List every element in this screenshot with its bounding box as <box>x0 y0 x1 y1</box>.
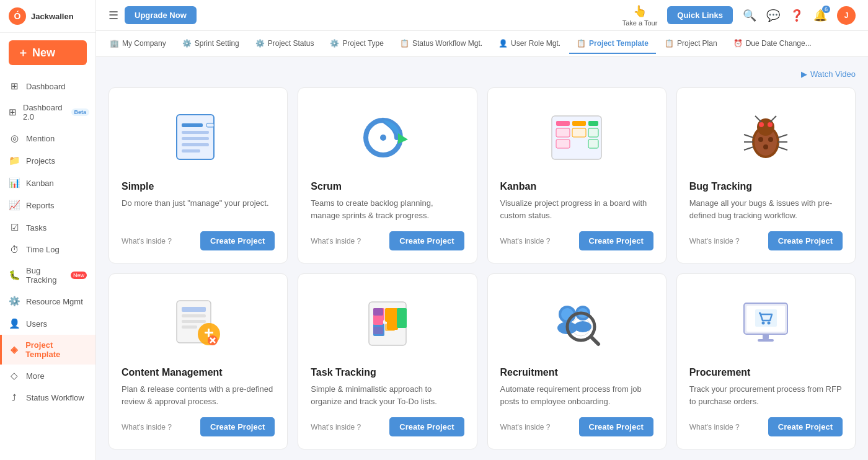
recruitment-create-button[interactable]: Create Project <box>579 417 653 436</box>
avatar[interactable]: J <box>837 6 856 25</box>
tab-project-plan[interactable]: 📋 Project Plan <box>657 34 725 54</box>
kanban-title: Kanban <box>500 181 653 192</box>
procurement-create-button[interactable]: Create Project <box>768 417 843 436</box>
sidebar-item-projects[interactable]: 📁 Projects <box>0 149 95 172</box>
menu-icon[interactable]: ☰ <box>108 9 118 22</box>
sidebar-item-resourcemgmt[interactable]: ⚙️ Resource Mgmt <box>0 290 95 312</box>
project-plan-icon: 📋 <box>665 39 674 48</box>
tasktracking-create-button[interactable]: Create Project <box>389 417 464 436</box>
tab-user-role[interactable]: 👤 User Role Mgt. <box>491 34 568 54</box>
quick-links-button[interactable]: Quick Links <box>667 6 733 24</box>
svg-rect-3 <box>182 137 209 140</box>
card-simple: Simple Do more than just "manage" your p… <box>108 87 288 263</box>
tab-status-workflow-label: Status Workflow Mgt. <box>412 39 482 48</box>
sidebar-item-dashboard2[interactable]: ⊞ Dashboard 2.0 Beta <box>0 97 95 127</box>
simple-whats-inside[interactable]: What's inside ? <box>122 237 172 245</box>
recruitment-desc: Automate requirement process from job po… <box>500 383 653 407</box>
sidebar-item-statusworkflow[interactable]: ⤴ Status Workflow <box>0 387 95 409</box>
simple-icon-area <box>122 100 275 175</box>
watch-video-label: Watch Video <box>810 69 856 79</box>
kanban-create-button[interactable]: Create Project <box>579 231 653 250</box>
recruitment-whats-inside[interactable]: What's inside ? <box>500 423 551 431</box>
bugtracking-desc: Manage all your bugs & issues with pre-d… <box>689 197 843 221</box>
svg-rect-54 <box>373 317 383 325</box>
kanban-whats-inside[interactable]: What's inside ? <box>500 237 551 245</box>
chat-icon[interactable]: 💬 <box>766 9 780 22</box>
sidebar-item-timelog[interactable]: ⏱ Time Log <box>0 239 95 260</box>
scrum-create-button[interactable]: Create Project <box>389 231 464 250</box>
tab-project-type[interactable]: ⚙️ Project Type <box>322 34 391 54</box>
svg-line-66 <box>591 337 598 344</box>
take-a-tour-button[interactable]: 👆 Take a Tour <box>622 4 658 27</box>
bugtracking-title: Bug Tracking <box>689 181 843 192</box>
bug-icon-area <box>689 100 843 175</box>
recruitment-icon <box>549 296 604 352</box>
upgrade-button[interactable]: Upgrade Now <box>125 6 197 24</box>
help-icon[interactable]: ❓ <box>790 9 804 22</box>
project-status-icon: ⚙️ <box>255 39 265 48</box>
timelog-icon: ⏱ <box>9 244 20 255</box>
scrum-whats-inside[interactable]: What's inside ? <box>311 237 361 245</box>
search-icon[interactable]: 🔍 <box>743 9 756 22</box>
content-desc: Plan & release contents with a pre-defin… <box>122 383 275 407</box>
svg-point-22 <box>759 122 764 127</box>
content-whats-inside[interactable]: What's inside ? <box>122 423 172 431</box>
svg-point-33 <box>768 137 773 142</box>
tab-my-company[interactable]: 🏢 My Company <box>102 34 174 54</box>
sidebar-item-kanban[interactable]: 📊 Kanban <box>0 172 95 194</box>
svg-rect-73 <box>763 334 769 339</box>
watch-video-link[interactable]: ▶ Watch Video <box>108 69 856 79</box>
bugtracking-create-button[interactable]: Create Project <box>768 231 843 250</box>
sidebar-label-dashboard2: Dashboard 2.0 <box>23 103 63 122</box>
content-create-button[interactable]: Create Project <box>200 417 275 436</box>
svg-rect-4 <box>182 143 209 146</box>
svg-rect-17 <box>588 128 598 137</box>
sidebar-item-more[interactable]: ◇ More <box>0 365 95 387</box>
sidebar-item-users[interactable]: 👤 Users <box>0 312 95 335</box>
svg-rect-14 <box>556 128 570 137</box>
tab-project-template[interactable]: 📋 Project Template <box>569 34 656 54</box>
svg-rect-70 <box>755 309 777 327</box>
sidebar-item-tasks[interactable]: ☑ Tasks <box>0 216 95 239</box>
card-kanban: Kanban Visualize project progress in a b… <box>487 87 666 263</box>
sidebar: Ó Jackwallen ＋ New ⊞ Dashboard ⊞ Dashboa… <box>0 0 96 460</box>
tab-project-template-label: Project Template <box>589 39 649 48</box>
sidebar-label-more: More <box>26 371 45 381</box>
resource-icon: ⚙️ <box>9 296 20 307</box>
card-bugtracking: Bug Tracking Manage all your bugs & issu… <box>676 87 856 263</box>
svg-point-34 <box>763 144 768 149</box>
tab-due-date[interactable]: ⏰ Due Date Change... <box>726 34 819 54</box>
bug-icon <box>738 110 794 166</box>
sidebar-item-mention[interactable]: ◎ Mention <box>0 127 95 149</box>
sidebar-item-projecttemplate[interactable]: ◈ Project Template <box>0 335 95 365</box>
tab-due-date-label: Due Date Change... <box>746 39 812 48</box>
notification-icon[interactable]: 🔔 6 <box>813 9 827 22</box>
svg-rect-2 <box>182 131 209 134</box>
sidebar-label-projects: Projects <box>26 156 55 166</box>
statusworkflow-icon: ⤴ <box>9 392 20 403</box>
sidebar-item-reports[interactable]: 📈 Reports <box>0 194 95 216</box>
tab-project-status[interactable]: ⚙️ Project Status <box>248 34 322 54</box>
kanban-footer: What's inside ? Create Project <box>500 231 653 250</box>
sidebar-label-kanban: Kanban <box>26 179 54 188</box>
svg-rect-15 <box>556 139 570 148</box>
content-icon <box>170 296 226 352</box>
content-area: ▶ Watch Video Simple <box>96 57 868 460</box>
more-icon: ◇ <box>9 370 20 381</box>
new-button[interactable]: ＋ New <box>9 40 87 65</box>
sidebar-item-bugtracking[interactable]: 🐛 Bug Tracking New <box>0 260 95 290</box>
sidebar-item-dashboard[interactable]: ⊞ Dashboard <box>0 75 95 97</box>
beta-badge: Beta <box>71 108 90 116</box>
tab-sprint-setting[interactable]: ⚙️ Sprint Setting <box>175 34 247 54</box>
tasktracking-whats-inside[interactable]: What's inside ? <box>311 423 361 431</box>
simple-create-button[interactable]: Create Project <box>200 231 275 250</box>
procurement-whats-inside[interactable]: What's inside ? <box>689 423 740 431</box>
sidebar-label-mention: Mention <box>26 134 55 143</box>
bugtracking-whats-inside[interactable]: What's inside ? <box>689 237 740 245</box>
procurement-footer: What's inside ? Create Project <box>689 417 843 436</box>
recruitment-footer: What's inside ? Create Project <box>500 417 653 436</box>
svg-rect-53 <box>373 308 383 316</box>
scrum-icon-area <box>311 100 464 175</box>
app-username: Jackwallen <box>31 12 74 21</box>
tab-status-workflow[interactable]: 📋 Status Workflow Mgt. <box>392 34 490 54</box>
